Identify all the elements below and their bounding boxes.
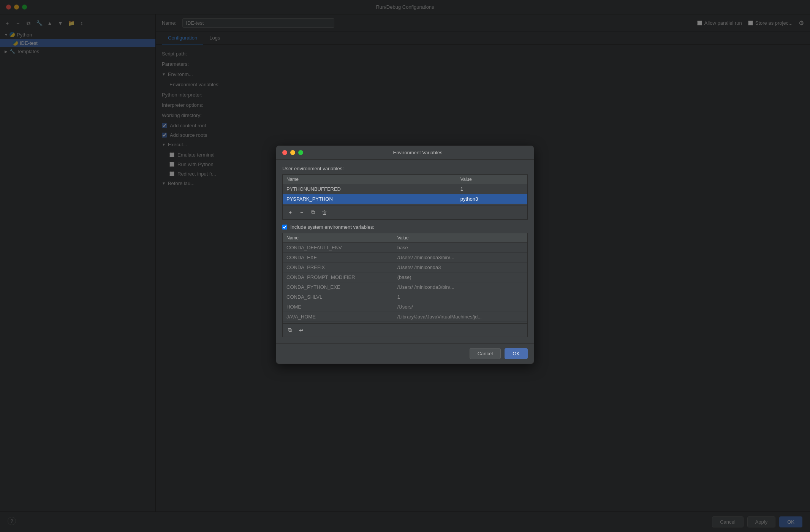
table-row[interactable]: CONDA_EXE/Users/ /miniconda3/bin/...: [283, 252, 527, 262]
user-row-0-value: 1: [457, 184, 527, 194]
system-row-name: CONDA_PREFIX: [283, 262, 394, 272]
system-env-header: Include system environment variables:: [282, 224, 528, 230]
system-row-name: JAVA_HOME: [283, 312, 394, 321]
system-row-name: CONDA_DEFAULT_ENV: [283, 242, 394, 252]
table-row[interactable]: PYTHONUNBUFFERED 1: [283, 184, 527, 194]
modal-minimize-button[interactable]: [290, 150, 295, 155]
system-row-name: CONDA_PYTHON_EXE: [283, 282, 394, 292]
table-row[interactable]: JAVA_HOME/Library/Java/JavaVirtualMachin…: [283, 312, 527, 321]
system-row-name: CONDA_PROMPT_MODIFIER: [283, 272, 394, 282]
system-row-value: /Users/ /miniconda3/bin/...: [394, 282, 527, 292]
system-table-value-header: Value: [394, 233, 527, 243]
modal-overlay: Environment Variables User environment v…: [0, 0, 810, 532]
table-row[interactable]: CONDA_SHLVL1: [283, 292, 527, 302]
system-table-name-header: Name: [283, 233, 394, 243]
system-row-value: base: [394, 242, 527, 252]
table-row[interactable]: PYSPARK_PYTHON python3: [283, 194, 527, 204]
table-row[interactable]: CONDA_PREFIX/Users/ /miniconda3: [283, 262, 527, 272]
modal-maximize-button[interactable]: [298, 150, 303, 155]
undo-system-env-button[interactable]: ↩: [297, 326, 305, 334]
user-section-label: User environment variables:: [282, 166, 528, 171]
modal-footer: Cancel OK: [276, 343, 534, 364]
system-row-value: /Users/: [394, 302, 527, 312]
modal-title: Environment Variables: [308, 150, 528, 155]
modal-close-button[interactable]: [282, 150, 287, 155]
system-row-name: HOME: [283, 302, 394, 312]
system-env-table-container: Name Value CONDA_DEFAULT_ENVbaseCONDA_EX…: [282, 233, 528, 337]
user-row-1-name: PYSPARK_PYTHON: [283, 194, 457, 204]
system-env-table: Name Value CONDA_DEFAULT_ENVbaseCONDA_EX…: [283, 233, 527, 322]
table-row[interactable]: CONDA_PROMPT_MODIFIER(base): [283, 272, 527, 282]
user-env-table-container: Name Value PYTHONUNBUFFERED 1 PYSPARK_PY…: [282, 174, 528, 220]
modal-titlebar: Environment Variables: [276, 146, 534, 160]
modal-body: User environment variables: Name Value: [276, 160, 534, 343]
table-row[interactable]: HOME/Users/: [283, 302, 527, 312]
system-row-value: /Users/ /miniconda3: [394, 262, 527, 272]
user-row-1-value: python3: [457, 194, 527, 204]
modal-traffic-lights: [282, 150, 303, 155]
copy-system-env-button[interactable]: ⧉: [286, 326, 294, 334]
modal-ok-button[interactable]: OK: [505, 348, 528, 359]
copy-env-button[interactable]: ⧉: [309, 208, 317, 217]
include-system-label: Include system environment variables:: [290, 224, 374, 230]
main-window: Run/Debug Configurations + − ⧉ 🔧 ▲ ▼ 📁 ↕…: [0, 0, 810, 532]
env-variables-modal: Environment Variables User environment v…: [276, 146, 534, 364]
system-row-value: /Users/ /miniconda3/bin/...: [394, 252, 527, 262]
user-row-0-name: PYTHONUNBUFFERED: [283, 184, 457, 194]
remove-env-button[interactable]: −: [297, 208, 306, 217]
system-row-value: /Library/Java/JavaVirtualMachines/jd...: [394, 312, 527, 321]
table-row[interactable]: CONDA_PYTHON_EXE/Users/ /miniconda3/bin/…: [283, 282, 527, 292]
system-row-value: 1: [394, 292, 527, 302]
delete-env-button[interactable]: 🗑: [320, 208, 329, 217]
table-row[interactable]: CONDA_DEFAULT_ENVbase: [283, 242, 527, 252]
user-table-actions: + − ⧉ 🗑: [283, 206, 527, 219]
modal-cancel-button[interactable]: Cancel: [470, 348, 501, 359]
system-table-actions: ⧉ ↩: [283, 323, 527, 337]
include-system-checkbox[interactable]: [282, 225, 287, 230]
system-row-name: CONDA_EXE: [283, 252, 394, 262]
user-table-value-header: Value: [457, 175, 527, 184]
add-env-button[interactable]: +: [286, 208, 294, 217]
user-table-name-header: Name: [283, 175, 457, 184]
system-row-value: (base): [394, 272, 527, 282]
system-row-name: CONDA_SHLVL: [283, 292, 394, 302]
user-env-table: Name Value PYTHONUNBUFFERED 1 PYSPARK_PY…: [283, 175, 527, 204]
